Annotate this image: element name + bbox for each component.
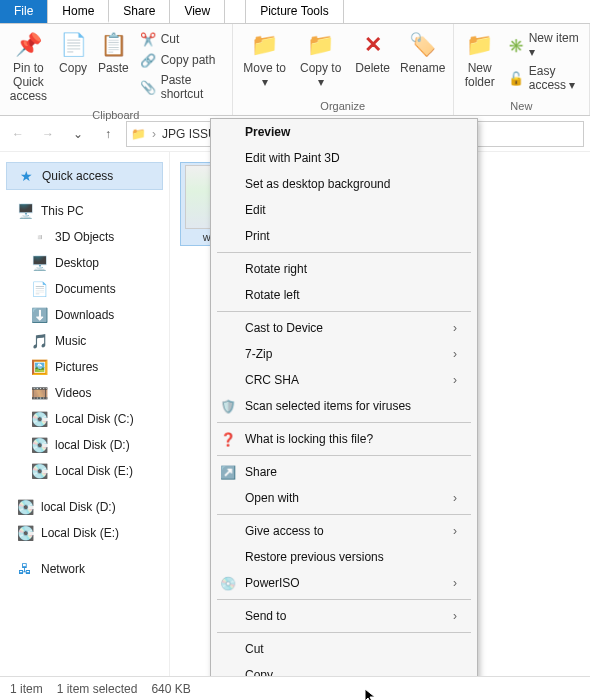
- tree-item[interactable]: ▫️3D Objects: [6, 224, 163, 250]
- tree-item[interactable]: 🎵Music: [6, 328, 163, 354]
- tree-item[interactable]: 💽local Disk (D:): [6, 494, 163, 520]
- move-to-button[interactable]: 📁 Move to ▾: [239, 26, 291, 94]
- new-item-button[interactable]: ✳️New item ▾: [504, 30, 583, 60]
- tree-item-label: Videos: [55, 386, 91, 400]
- context-menu-separator: [217, 422, 471, 423]
- context-menu-item[interactable]: Rotate left: [211, 282, 477, 308]
- rename-icon: 🏷️: [408, 30, 438, 60]
- context-menu-item[interactable]: Open with›: [211, 485, 477, 511]
- context-menu-item[interactable]: Edit with Paint 3D: [211, 145, 477, 171]
- context-menu-label: Share: [245, 465, 277, 479]
- context-menu-label: Rotate right: [245, 262, 307, 276]
- context-menu-item[interactable]: Give access to›: [211, 518, 477, 544]
- drive-icon: 💽: [16, 498, 34, 516]
- delete-button[interactable]: ✕ Delete: [351, 26, 395, 80]
- nav-up-button[interactable]: ↑: [96, 122, 120, 146]
- tab-picture-tools[interactable]: Picture Tools: [245, 0, 343, 23]
- context-menu-item[interactable]: ❓What is locking this file?: [211, 426, 477, 452]
- context-menu-item[interactable]: 🛡️Scan selected items for viruses: [211, 393, 477, 419]
- tree-item[interactable]: 💽local Disk (D:): [6, 432, 163, 458]
- tree-item-label: 3D Objects: [55, 230, 114, 244]
- context-menu-item[interactable]: Print: [211, 223, 477, 249]
- ribbon-group-organize: 📁 Move to ▾ 📁 Copy to ▾ ✕ Delete 🏷️ Rena…: [233, 24, 454, 115]
- tab-view[interactable]: View: [170, 0, 225, 23]
- new-item-icon: ✳️: [508, 37, 524, 53]
- new-folder-button[interactable]: 📁 New folder: [460, 26, 500, 94]
- nav-forward-button[interactable]: →: [36, 122, 60, 146]
- context-menu-separator: [217, 252, 471, 253]
- context-menu-item[interactable]: Cast to Device›: [211, 315, 477, 341]
- context-menu-label: Give access to: [245, 524, 324, 538]
- context-menu-label: What is locking this file?: [245, 432, 373, 446]
- question-icon: ❓: [219, 430, 237, 448]
- pin-to-quick-access-button[interactable]: 📌 Pin to Quick access: [6, 26, 51, 107]
- context-menu-item[interactable]: Send to›: [211, 603, 477, 629]
- ribbon-group-new: 📁 New folder ✳️New item ▾ 🔓Easy access ▾…: [454, 24, 590, 115]
- context-menu-item[interactable]: Set as desktop background: [211, 171, 477, 197]
- desktop-icon: 🖥️: [30, 254, 48, 272]
- context-menu-label: Edit with Paint 3D: [245, 151, 340, 165]
- context-menu-item[interactable]: Rotate right: [211, 256, 477, 282]
- status-bar: 1 item 1 item selected 640 KB: [0, 676, 590, 700]
- easy-access-button[interactable]: 🔓Easy access ▾: [504, 63, 583, 93]
- ribbon-tabs: File Home Share View Picture Tools: [0, 0, 590, 24]
- tree-quick-access[interactable]: ★ Quick access: [6, 162, 163, 190]
- nav-recent-chevron[interactable]: ⌄: [66, 122, 90, 146]
- new-folder-icon: 📁: [465, 30, 495, 60]
- context-menu-item[interactable]: ↗️Share: [211, 459, 477, 485]
- star-icon: ★: [17, 167, 35, 185]
- document-icon: 📄: [30, 280, 48, 298]
- cube-icon: ▫️: [30, 228, 48, 246]
- copy-path-button[interactable]: 🔗Copy path: [136, 51, 226, 69]
- context-menu-item[interactable]: Preview: [211, 119, 477, 145]
- tree-item[interactable]: 💽Local Disk (E:): [6, 458, 163, 484]
- group-label-organize: Organize: [239, 98, 447, 115]
- context-menu-item[interactable]: 💿PowerISO›: [211, 570, 477, 596]
- context-menu-label: 7-Zip: [245, 347, 272, 361]
- context-menu-label: Rotate left: [245, 288, 300, 302]
- submenu-arrow-icon: ›: [453, 609, 457, 623]
- context-menu-item[interactable]: CRC SHA›: [211, 367, 477, 393]
- easy-access-icon: 🔓: [508, 70, 524, 86]
- tab-home[interactable]: Home: [48, 0, 109, 23]
- copy-icon: 📄: [58, 30, 88, 60]
- context-menu-separator: [217, 632, 471, 633]
- cut-button[interactable]: ✂️Cut: [136, 30, 226, 48]
- tab-share[interactable]: Share: [109, 0, 170, 23]
- context-menu-item[interactable]: 7-Zip›: [211, 341, 477, 367]
- status-item-count: 1 item: [10, 682, 43, 696]
- music-icon: 🎵: [30, 332, 48, 350]
- context-menu-label: Edit: [245, 203, 266, 217]
- paste-button[interactable]: 📋 Paste: [95, 26, 131, 80]
- rename-button[interactable]: 🏷️ Rename: [399, 26, 447, 80]
- scissors-icon: ✂️: [140, 31, 156, 47]
- context-menu-item[interactable]: Edit: [211, 197, 477, 223]
- tab-file[interactable]: File: [0, 0, 48, 23]
- submenu-arrow-icon: ›: [453, 491, 457, 505]
- tree-item-label: Local Disk (E:): [41, 526, 119, 540]
- context-menu-separator: [217, 311, 471, 312]
- ribbon-group-clipboard: 📌 Pin to Quick access 📄 Copy 📋 Paste ✂️C…: [0, 24, 233, 115]
- copy-button[interactable]: 📄 Copy: [55, 26, 91, 80]
- tree-this-pc[interactable]: 🖥️ This PC: [6, 198, 163, 224]
- context-menu-item[interactable]: Restore previous versions: [211, 544, 477, 570]
- tree-item[interactable]: 💽Local Disk (E:): [6, 520, 163, 546]
- tree-item[interactable]: 🖼️Pictures: [6, 354, 163, 380]
- paste-shortcut-icon: 📎: [140, 79, 156, 95]
- tree-item[interactable]: 📄Documents: [6, 276, 163, 302]
- tree-item-label: Downloads: [55, 308, 114, 322]
- tree-item[interactable]: ⬇️Downloads: [6, 302, 163, 328]
- download-icon: ⬇️: [30, 306, 48, 324]
- tree-network[interactable]: 🖧 Network: [6, 556, 163, 582]
- tree-item[interactable]: 💽Local Disk (C:): [6, 406, 163, 432]
- submenu-arrow-icon: ›: [453, 524, 457, 538]
- tree-item[interactable]: 🎞️Videos: [6, 380, 163, 406]
- copy-to-icon: 📁: [306, 30, 336, 60]
- paste-shortcut-button[interactable]: 📎Paste shortcut: [136, 72, 226, 102]
- nav-back-button[interactable]: ←: [6, 122, 30, 146]
- context-menu-item[interactable]: Cut: [211, 636, 477, 662]
- move-to-icon: 📁: [250, 30, 280, 60]
- copy-to-button[interactable]: 📁 Copy to ▾: [295, 26, 347, 94]
- tree-item[interactable]: 🖥️Desktop: [6, 250, 163, 276]
- context-menu-label: PowerISO: [245, 576, 300, 590]
